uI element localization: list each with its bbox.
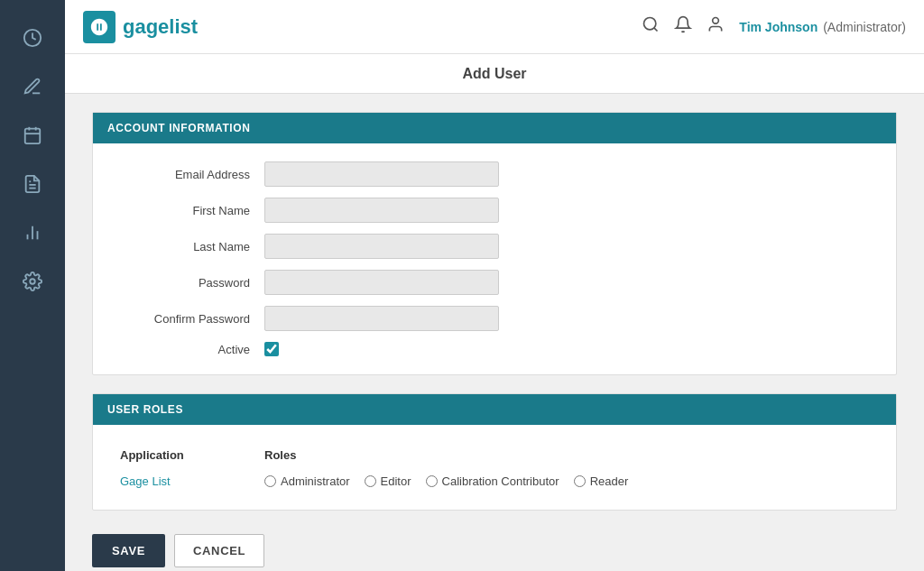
header-right: Tim Johnson (Administrator) xyxy=(642,15,906,38)
button-row: SAVE CANCEL xyxy=(92,529,897,571)
user-icon[interactable] xyxy=(707,15,725,38)
logo-text: gagelist xyxy=(123,15,198,39)
last-name-input[interactable] xyxy=(264,234,499,259)
role-editor[interactable]: Editor xyxy=(365,474,411,488)
radio-editor[interactable] xyxy=(365,475,376,487)
radio-reader[interactable] xyxy=(574,475,586,487)
page-title: Add User xyxy=(462,66,526,82)
first-name-row: First Name xyxy=(120,198,869,223)
save-button[interactable]: SAVE xyxy=(92,534,165,567)
role-calibration-contributor[interactable]: Calibration Contributor xyxy=(426,474,559,488)
account-information-section: ACCOUNT INFORMATION Email Address First … xyxy=(92,112,897,375)
svg-point-11 xyxy=(644,18,656,30)
last-name-label: Last Name xyxy=(120,240,264,253)
confirm-password-input[interactable] xyxy=(264,306,499,331)
cancel-button[interactable]: CANCEL xyxy=(174,534,264,567)
radio-calibration-contributor[interactable] xyxy=(426,475,438,487)
sidebar-item-analytics[interactable] xyxy=(13,213,52,253)
email-label: Email Address xyxy=(120,168,264,181)
last-name-row: Last Name xyxy=(120,234,869,259)
first-name-label: First Name xyxy=(120,204,264,217)
confirm-password-row: Confirm Password xyxy=(120,306,869,331)
active-label: Active xyxy=(120,343,264,356)
main-content: ACCOUNT INFORMATION Email Address First … xyxy=(65,94,924,571)
notification-icon[interactable] xyxy=(674,15,692,38)
active-checkbox[interactable] xyxy=(264,342,279,356)
account-info-header: ACCOUNT INFORMATION xyxy=(93,113,896,143)
active-row: Active xyxy=(120,342,869,356)
sidebar-item-calibration[interactable] xyxy=(13,67,52,106)
role-administrator[interactable]: Administrator xyxy=(264,474,350,488)
svg-point-10 xyxy=(30,279,35,284)
sidebar-item-settings[interactable] xyxy=(13,262,52,301)
password-label: Password xyxy=(120,276,264,290)
role-editor-label: Editor xyxy=(381,474,411,488)
application-name: Gage List xyxy=(120,474,264,488)
sidebar xyxy=(0,0,65,571)
user-roles-section: USER ROLES Application Roles Gage List A… xyxy=(92,393,897,511)
role-reader-label: Reader xyxy=(590,474,629,488)
password-row: Password xyxy=(120,270,869,295)
sidebar-item-dashboard[interactable] xyxy=(13,18,52,58)
page-title-bar: Add User xyxy=(65,54,924,94)
account-info-body: Email Address First Name Last Name Passw… xyxy=(93,143,896,374)
role-administrator-label: Administrator xyxy=(281,474,350,488)
svg-line-12 xyxy=(654,28,658,32)
search-icon[interactable] xyxy=(642,15,660,38)
gage-list-row: Gage List Administrator Editor Calibrati… xyxy=(120,471,869,492)
header: gagelist Tim Johnson (Administrator) xyxy=(65,0,924,54)
roles-columns-header: Application Roles xyxy=(120,443,869,471)
radio-administrator[interactable] xyxy=(264,475,276,487)
password-input[interactable] xyxy=(264,270,499,295)
roles-body: Application Roles Gage List Administrato… xyxy=(93,425,896,510)
svg-rect-1 xyxy=(25,129,41,144)
user-role: (Administrator) xyxy=(823,20,906,34)
col-roles: Roles xyxy=(264,448,869,462)
email-row: Email Address xyxy=(120,161,869,187)
role-calibration-contributor-label: Calibration Contributor xyxy=(442,474,559,488)
svg-point-13 xyxy=(713,18,719,24)
roles-header: USER ROLES xyxy=(93,394,896,425)
logo-icon xyxy=(83,11,116,43)
logo: gagelist xyxy=(83,11,198,43)
role-reader[interactable]: Reader xyxy=(574,474,629,488)
sidebar-item-reports[interactable] xyxy=(13,164,52,204)
username: Tim Johnson xyxy=(739,20,818,34)
sidebar-item-schedule[interactable] xyxy=(13,115,52,155)
email-input[interactable] xyxy=(264,161,499,187)
role-options: Administrator Editor Calibration Contrib… xyxy=(264,474,628,488)
col-application: Application xyxy=(120,448,264,462)
confirm-password-label: Confirm Password xyxy=(120,312,264,326)
first-name-input[interactable] xyxy=(264,198,499,223)
user-info: Tim Johnson (Administrator) xyxy=(739,20,906,34)
